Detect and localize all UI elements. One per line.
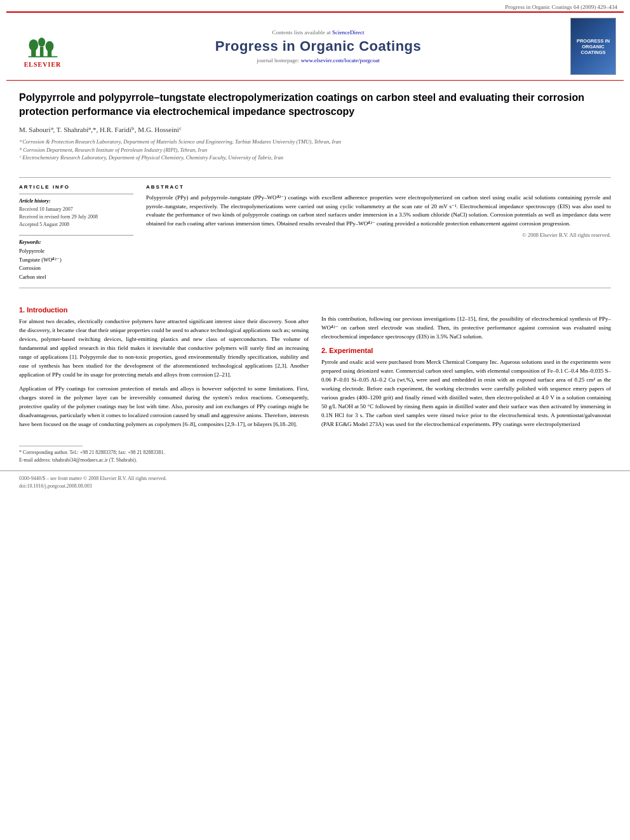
abstract-text: Polypyrrole (PPy) and polypyrrole–tungst… (146, 194, 611, 228)
authors: M. Sabouriᵃ, T. Shahrabiᵃ,*, H.R. Faridi… (19, 126, 611, 134)
divider-2 (19, 288, 611, 288)
abstract-header: ABSTRACT (146, 184, 611, 190)
svg-point-1 (29, 39, 38, 51)
body-right-col: In this contribution, following our prev… (321, 303, 611, 434)
journal-homepage: journal homepage: www.elsevier.com/locat… (77, 57, 559, 63)
aff-a-text: ᵃ Corrosion & Protection Research Labora… (19, 138, 341, 145)
keyword-2: Tungstate (WO⁴²⁻) (19, 256, 133, 265)
doi-line: doi:10.1016/j.porgcoat.2008.08.003 (19, 483, 611, 490)
journal-ref: Progress in Organic Coatings 64 (2009) 4… (505, 4, 617, 10)
keyword-1: Polypyrrole (19, 247, 133, 256)
divider (19, 177, 611, 178)
article-history-block: Article history: Received 10 January 200… (19, 194, 133, 229)
abstract-body: Polypyrrole (PPy) and polypyrrole–tungst… (146, 194, 611, 227)
issn-text: 0300-9440/$ – see front matter © 2008 El… (19, 476, 167, 481)
sciencedirect-link[interactable]: ScienceDirect (332, 29, 364, 36)
svg-rect-2 (39, 47, 43, 57)
authors-text: M. Sabouriᵃ, T. Shahrabiᵃ,*, H.R. Faridi… (19, 126, 182, 133)
aff-c-text: ᶜ Electrochemistry Research Laboratory, … (19, 154, 283, 161)
cover-title: PROGRESS IN ORGANIC COATINGS (577, 38, 610, 55)
journal-cover: PROGRESS IN ORGANIC COATINGS (565, 18, 616, 75)
intro-para-2: Application of PPy coatings for corrosio… (19, 385, 309, 429)
keyword-4: Carbon steel (19, 273, 133, 282)
keywords-block: Keywords: Polypyrrole Tungstate (WO⁴²⁻) … (19, 235, 133, 281)
email-value: tshahrabi34@modares.ac.ir (T. Shahrabi). (52, 457, 137, 463)
intro-para-3: In this contribution, following our prev… (321, 315, 611, 342)
journal-homepage-link[interactable]: www.elsevier.com/locate/porgcoat (301, 57, 380, 63)
svg-point-3 (38, 37, 45, 47)
affiliations: ᵃ Corrosion & Protection Research Labora… (19, 138, 611, 162)
aff-b-text: ᵇ Corrosion Department, Research Institu… (19, 147, 207, 153)
body-section: 1. Introduction For almost two decades, … (0, 295, 630, 440)
intro-para-1: For almost two decades, electrically con… (19, 317, 309, 380)
journal-center: Contents lists available at ScienceDirec… (71, 29, 565, 63)
affiliation-a: ᵃ Corrosion & Protection Research Labora… (19, 138, 611, 146)
info-abstract-section: ARTICLE INFO Article history: Received 1… (0, 184, 630, 281)
keyword-3: Corrosion (19, 264, 133, 273)
top-bar: Progress in Organic Coatings 64 (2009) 4… (0, 0, 630, 11)
body-two-col: 1. Introduction For almost two decades, … (19, 303, 611, 434)
elsevier-label: ELSEVIER (24, 61, 62, 68)
experimental-section-title: 2. Experimental (321, 347, 611, 354)
article-title: Polypyrrole and polypyrrole–tungstate el… (19, 91, 611, 119)
body-left-col: 1. Introduction For almost two decades, … (19, 303, 309, 434)
page-footer: 0300-9440/$ – see front matter © 2008 El… (0, 470, 630, 494)
article-section: Polypyrrole and polypyrrole–tungstate el… (0, 81, 630, 171)
elsevier-logo: ELSEVIER (14, 25, 71, 68)
svg-point-5 (45, 41, 53, 52)
footnote-separator (19, 446, 83, 446)
received-date: Received 10 January 2007 (19, 206, 133, 213)
journal-header: ELSEVIER Contents lists available at Sci… (6, 11, 624, 81)
article-info-header: ARTICLE INFO (19, 184, 133, 190)
exp-para-1: Pyrrole and oxalic acid were purchased f… (321, 358, 611, 429)
footnote-block: * Corresponding author. Tel.: +98 21 828… (0, 449, 630, 464)
intro-section-title: 1. Introduction (19, 306, 309, 314)
article-info-col: ARTICLE INFO Article history: Received 1… (19, 184, 133, 281)
page-wrapper: Progress in Organic Coatings 64 (2009) 4… (0, 0, 630, 840)
copyright: © 2008 Elsevier B.V. All rights reserved… (146, 232, 611, 238)
keywords-label: Keywords: (19, 239, 133, 245)
history-label: Article history: (19, 198, 133, 204)
accepted-date: Accepted 5 August 2008 (19, 221, 133, 229)
contents-link: Contents lists available at ScienceDirec… (77, 29, 559, 36)
footnote-email: E-mail address: tshahrabi34@modares.ac.i… (19, 457, 611, 464)
journal-title: Progress in Organic Coatings (77, 38, 559, 55)
issn-line: 0300-9440/$ – see front matter © 2008 El… (19, 475, 611, 483)
abstract-col: ABSTRACT Polypyrrole (PPy) and polypyrro… (146, 184, 611, 281)
elsevier-tree-icon (25, 25, 60, 60)
journal-cover-image: PROGRESS IN ORGANIC COATINGS (570, 18, 616, 75)
revised-date: Received in revised form 29 July 2008 (19, 213, 133, 221)
doi-text: doi:10.1016/j.porgcoat.2008.08.003 (19, 483, 92, 489)
affiliation-c: ᶜ Electrochemistry Research Laboratory, … (19, 154, 611, 162)
footnote-star: * Corresponding author. Tel.: +98 21 828… (19, 449, 611, 457)
email-label: E-mail address: (19, 457, 51, 463)
affiliation-b: ᵇ Corrosion Department, Research Institu… (19, 146, 611, 154)
